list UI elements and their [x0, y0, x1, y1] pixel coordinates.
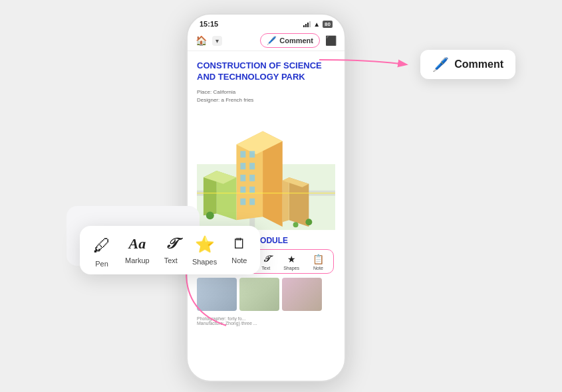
wifi-icon: ▲ [313, 21, 320, 28]
comment-callout-label: Comment [454, 58, 503, 70]
shapes-icon: ★ [287, 254, 296, 264]
pen-big-label: Pen [95, 260, 108, 268]
photo-caption: Photographer: forty fo... Manufacture: Z… [197, 315, 335, 327]
floating-toolbar: 🖊 Pen Aa Markup 𝒯 Text ⭐ Shapes 🗒 Note [80, 226, 260, 274]
shapes-big-icon: ⭐ [195, 235, 215, 254]
phone-content: CONSTRUCTION OF SCIENCE AND TECHNOLOGY P… [188, 51, 345, 327]
svg-marker-20 [283, 177, 289, 222]
chevron-button[interactable]: ▾ [212, 36, 222, 46]
comment-button-label: Comment [279, 37, 313, 45]
svg-point-24 [293, 222, 299, 227]
tool-text[interactable]: 𝒯 Text [164, 235, 178, 264]
title-line1: CONSTRUCTION OF SCIENCE [197, 60, 322, 70]
document-meta: Place: California Designer: a French fri… [197, 88, 335, 104]
status-icons: ▲ 80 [303, 21, 333, 28]
note-big-icon: 🗒 [232, 235, 247, 252]
meta-line2: Designer: a French fries [197, 97, 253, 103]
note-big-label: Note [231, 256, 247, 264]
comment-callout-icon: 🖊️ [432, 56, 449, 72]
caption-line2: Manufacture: Zhong) three ... [197, 321, 335, 326]
text-label: Text [261, 266, 270, 270]
svg-rect-13 [249, 187, 255, 193]
svg-rect-7 [249, 151, 255, 157]
comment-button-phone[interactable]: 🖊️ Comment [260, 33, 320, 48]
svg-rect-10 [240, 175, 245, 181]
phone-tool-text[interactable]: 𝒯 Text [261, 254, 270, 270]
shapes-label: Shapes [283, 266, 299, 270]
phone-navbar: 🏠 ▾ 🖊️ Comment ⬛ [188, 31, 345, 51]
svg-rect-11 [249, 175, 255, 181]
text-big-icon: 𝒯 [166, 235, 176, 252]
meta-line1: Place: California [197, 89, 235, 95]
note-icon: 📋 [313, 254, 324, 264]
tool-shapes[interactable]: ⭐ Shapes [192, 235, 217, 266]
tool-pen[interactable]: 🖊 Pen [93, 235, 110, 268]
title-line2: AND TECHNOLOGY PARK [197, 72, 305, 82]
document-title: CONSTRUCTION OF SCIENCE AND TECHNOLOGY P… [197, 60, 335, 83]
svg-rect-8 [240, 163, 245, 169]
photo-1 [197, 278, 237, 311]
caption-line1: Photographer: forty fo... [197, 316, 335, 321]
shapes-big-label: Shapes [192, 258, 217, 266]
home-icon[interactable]: 🏠 [196, 35, 207, 46]
photo-3 [282, 278, 322, 311]
status-bar: 15:15 ▲ 80 [188, 15, 345, 31]
screenshot-icon[interactable]: ⬛ [325, 35, 337, 46]
comment-emoji-icon: 🖊️ [267, 36, 277, 45]
photo-2 [239, 278, 279, 311]
signal-bars-icon [303, 21, 311, 27]
svg-rect-12 [240, 187, 245, 193]
svg-rect-6 [240, 151, 245, 157]
svg-rect-15 [249, 198, 255, 205]
building-illustration [197, 111, 335, 231]
phone-tool-shapes[interactable]: ★ Shapes [283, 254, 299, 270]
note-label: Note [313, 266, 323, 270]
text-icon: 𝒯 [263, 254, 269, 264]
phone-tool-note[interactable]: 📋 Note [313, 254, 324, 270]
tool-markup[interactable]: Aa Markup [125, 235, 150, 264]
markup-big-label: Markup [125, 256, 150, 264]
svg-point-23 [305, 219, 312, 225]
tool-note[interactable]: 🗒 Note [231, 235, 247, 264]
svg-rect-9 [249, 163, 255, 169]
markup-big-icon: Aa [129, 235, 146, 252]
text-big-label: Text [164, 256, 178, 264]
svg-rect-14 [240, 198, 245, 205]
photo-strip [197, 274, 335, 315]
comment-callout: 🖊️ Comment [420, 50, 515, 79]
svg-point-22 [206, 211, 214, 219]
battery-badge: 80 [323, 21, 333, 28]
phone-mockup: 15:15 ▲ 80 🏠 ▾ 🖊️ Comment ⬛ CONSTRUCTION… [186, 13, 346, 382]
pen-big-icon: 🖊 [93, 235, 110, 256]
clock: 15:15 [200, 20, 218, 28]
